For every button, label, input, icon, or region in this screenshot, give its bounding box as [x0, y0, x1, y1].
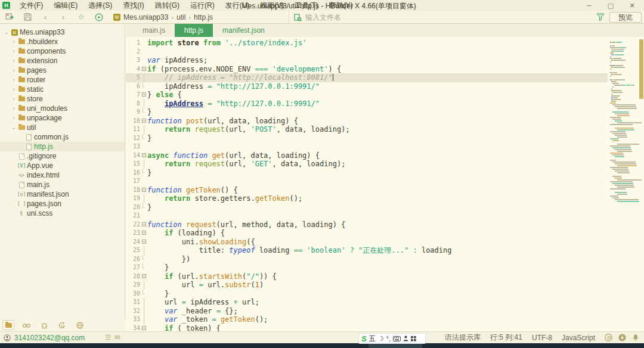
code-line-22[interactable]: 22function request(url, method, data, lo… — [126, 220, 608, 229]
moon-icon[interactable]: ☽ — [378, 335, 384, 343]
code-line-13[interactable]: 13 — [126, 142, 608, 151]
close-button[interactable]: ✕ — [621, 0, 643, 11]
tree-item-index.html[interactable]: <>index.html — [0, 170, 125, 180]
minimize-button[interactable]: ─ — [578, 0, 600, 11]
star-icon[interactable]: ☆ — [76, 13, 86, 22]
tree-item-util[interactable]: ⌄util — [0, 123, 125, 132]
tree-item-manifest.json[interactable]: [o]manifest.json — [0, 189, 125, 199]
code-line-6[interactable]: 6 ipAddress = "http://127.0.0.1:9991/" — [126, 82, 608, 91]
fold-toggle-icon[interactable] — [140, 91, 147, 100]
code-line-5[interactable]: 5 // ipAddress = "http://localhost:8081/… — [126, 73, 608, 82]
tree-item-App.vue[interactable]: [V]App.vue — [0, 161, 125, 170]
keyboard-icon[interactable] — [393, 336, 401, 341]
scrollbar-thumb[interactable] — [639, 39, 643, 99]
code-line-15[interactable]: 15 return request(url, 'GET', data, load… — [126, 160, 608, 169]
code-line-28[interactable]: 28 if (url.startsWith("/")) { — [126, 272, 608, 281]
breadcrumb-item-0[interactable]: Mes.uniapp33 — [123, 13, 168, 21]
save-icon[interactable] — [23, 13, 32, 22]
file-search-input[interactable] — [305, 13, 586, 21]
search-binoculars-icon[interactable] — [20, 320, 32, 330]
menu-item-1[interactable]: 编辑(E) — [48, 0, 83, 11]
fold-toggle-icon[interactable] — [140, 272, 147, 281]
at-circle-icon[interactable]: @ — [605, 334, 612, 341]
code-line-24[interactable]: 24 uni.showLoading({ — [126, 238, 608, 247]
chevron-right-icon[interactable]: › — [10, 96, 17, 102]
git-icon[interactable]: G — [56, 320, 68, 330]
fold-toggle-icon[interactable] — [140, 117, 147, 126]
explorer-folder-icon[interactable] — [2, 320, 14, 330]
tree-item-http.js[interactable]: http.js — [0, 142, 125, 151]
code-line-11[interactable]: 11 return request(url, 'POST', data, loa… — [126, 125, 608, 134]
code-line-4[interactable]: 4if (process.env.NODE_ENV === 'developme… — [126, 65, 608, 74]
cursor-position[interactable]: 行:5 列:41 — [490, 333, 522, 343]
chevron-right-icon[interactable]: › — [10, 105, 17, 111]
tree-item-router[interactable]: ›router — [0, 75, 125, 85]
user-circle-icon[interactable] — [4, 334, 11, 341]
forward-icon[interactable]: › — [58, 13, 68, 22]
tree-item-store[interactable]: ›store — [0, 94, 125, 104]
menu-item-2[interactable]: 选择(S) — [83, 0, 117, 11]
minimap[interactable] — [610, 42, 640, 203]
tree-item-.gitignore[interactable]: .gitignore — [0, 151, 125, 161]
code-line-14[interactable]: 14async function get(url, data, loading)… — [126, 151, 608, 160]
menu-item-5[interactable]: 运行(R) — [185, 0, 220, 11]
project-switch-icon[interactable] — [5, 13, 14, 22]
tree-item-unpackage[interactable]: ›unpackage — [0, 113, 125, 123]
list-icon[interactable]: ☰ — [105, 334, 111, 341]
maximize-button[interactable]: ▢ — [600, 0, 621, 11]
mail-icon[interactable]: ✉ — [114, 334, 120, 341]
code-area[interactable]: 1import store from '../store/index.js'23… — [126, 37, 644, 331]
tree-item-extension[interactable]: ›extension — [0, 56, 125, 66]
code-line-32[interactable]: 32 var _header = {}; — [126, 307, 608, 316]
chevron-down-icon[interactable]: ⌄ — [3, 29, 10, 35]
tree-item-pages[interactable]: ›pages — [0, 66, 125, 75]
tree-item-components[interactable]: ›components — [0, 46, 125, 56]
code-line-18[interactable]: 18function getToken() { — [126, 186, 608, 195]
code-line-21[interactable]: 21 — [126, 212, 608, 220]
code-line-9[interactable]: 9} — [126, 108, 608, 117]
tree-item-common.js[interactable]: common.js — [0, 132, 125, 142]
ime-toolbar[interactable]: S 五 ☽ °, — [358, 333, 426, 344]
code-line-29[interactable]: 29 url = url.substr(1) — [126, 281, 608, 290]
chevron-right-icon[interactable]: › — [10, 58, 17, 64]
tree-item-uni.scss[interactable]: §uni.scss — [0, 209, 125, 218]
sogou-logo[interactable]: S — [361, 334, 367, 343]
tab-manifest.json[interactable]: manifest.json — [213, 24, 274, 37]
tree-item-.hbuilderx[interactable]: ›.hbuilderx — [0, 37, 125, 46]
code-line-12[interactable]: 12} — [126, 134, 608, 143]
back-icon[interactable]: ‹ — [41, 13, 50, 22]
tools-grid-icon[interactable] — [411, 336, 416, 341]
bug-icon[interactable] — [38, 320, 50, 330]
globe-icon[interactable] — [74, 320, 86, 330]
encoding[interactable]: UTF-8 — [532, 334, 552, 342]
wubi-mode-label[interactable]: 五 — [369, 334, 376, 343]
code-line-7[interactable]: 7} else { — [126, 91, 608, 100]
tree-item-Mes.uniapp33[interactable]: ⌄UMes.uniapp33 — [0, 27, 125, 37]
tree-item-pages.json[interactable]: [ ]pages.json — [0, 199, 125, 209]
code-line-16[interactable]: 16} — [126, 169, 608, 178]
chevron-right-icon[interactable]: › — [10, 115, 17, 121]
fold-toggle-icon[interactable] — [140, 65, 147, 74]
update-circle-icon[interactable] — [618, 334, 626, 341]
code-line-8[interactable]: 8 ipAddress = "http://127.0.0.1:9991/" — [126, 100, 608, 108]
language-mode[interactable]: JavaScript — [562, 334, 595, 342]
code-line-2[interactable]: 2 — [126, 48, 608, 57]
tree-item-main.js[interactable]: main.js — [0, 180, 125, 189]
fold-toggle-icon[interactable] — [140, 186, 147, 195]
code-line-19[interactable]: 19 return store.getters.getToken(); — [126, 194, 608, 203]
person-icon[interactable] — [403, 335, 408, 341]
filter-funnel-icon[interactable] — [596, 13, 605, 21]
syntax-hint-lib[interactable]: 语法提示库 — [445, 333, 481, 343]
run-icon[interactable] — [94, 13, 104, 22]
code-line-30[interactable]: 30 } — [126, 290, 608, 299]
preview-button[interactable]: 预览 — [609, 12, 642, 23]
code-line-25[interactable]: 25 title: typeof loading == 'boolean' ? … — [126, 246, 608, 255]
fold-toggle-icon[interactable] — [140, 238, 147, 247]
chevron-right-icon[interactable]: › — [10, 67, 17, 73]
account-email[interactable]: 3141023242@qq.com — [14, 334, 85, 342]
fold-toggle-icon[interactable] — [140, 220, 147, 229]
code-line-23[interactable]: 23 if (loading) { — [126, 229, 608, 238]
tab-http.js[interactable]: http.js — [175, 24, 213, 37]
bell-icon[interactable] — [632, 334, 639, 341]
code-line-33[interactable]: 33 var _token = getToken(); — [126, 315, 608, 324]
